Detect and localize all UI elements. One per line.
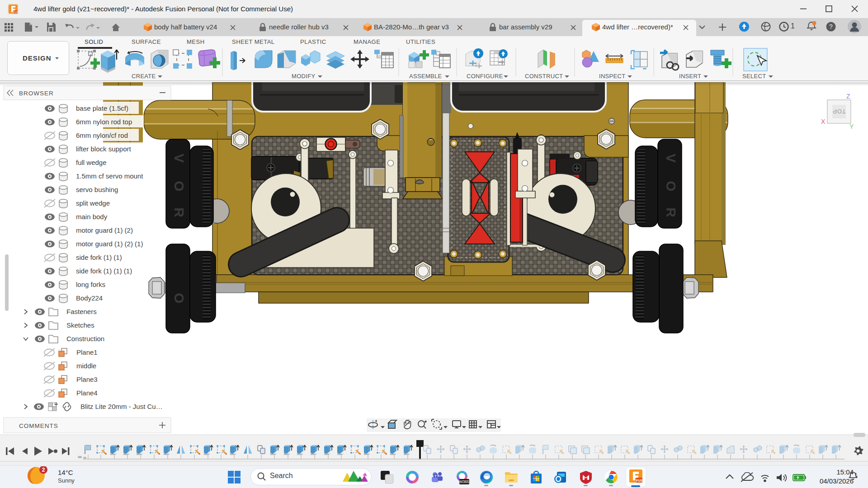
svg-text:Body224: Body224 <box>76 294 103 302</box>
svg-text:servo bushing: servo bushing <box>76 186 118 193</box>
svg-text:M365: M365 <box>459 479 469 484</box>
svg-text:Plane1: Plane1 <box>76 348 98 356</box>
svg-text:6mm nylon/cf rod: 6mm nylon/cf rod <box>76 131 128 139</box>
svg-text:O: O <box>664 181 679 191</box>
svg-text:Sketches: Sketches <box>66 321 94 329</box>
svg-text:split wedge: split wedge <box>76 199 110 207</box>
svg-text:T: T <box>434 474 437 478</box>
svg-text:Z: Z <box>846 93 850 100</box>
svg-text:BROWSER: BROWSER <box>19 90 54 97</box>
svg-text:lifter block support: lifter block support <box>76 145 132 153</box>
svg-text:V: V <box>172 154 187 163</box>
svg-text:FUS: FUS <box>636 479 642 482</box>
svg-text:side fork (1) (1): side fork (1) (1) <box>76 253 122 261</box>
svg-text:base plate (1.5cf): base plate (1.5cf) <box>76 104 128 112</box>
svg-text:COMMENTS: COMMENTS <box>19 422 58 429</box>
svg-text:z: z <box>856 475 858 478</box>
svg-text:?: ? <box>829 23 833 30</box>
svg-text:Fasteners: Fasteners <box>66 308 97 315</box>
svg-text:FUS: FUS <box>14 11 19 14</box>
svg-text:V: V <box>664 154 679 163</box>
svg-text:motor guard (1) (2): motor guard (1) (2) <box>76 226 133 234</box>
svg-text:2: 2 <box>42 467 45 473</box>
svg-text:side fork (1) (1) (1): side fork (1) (1) (1) <box>76 267 132 275</box>
svg-text:X: X <box>821 118 826 125</box>
svg-text:Plane4: Plane4 <box>76 389 98 397</box>
svg-text:6mm nylon rod top: 6mm nylon rod top <box>76 118 132 126</box>
svg-text:middle: middle <box>76 362 96 370</box>
svg-text:R: R <box>172 207 187 217</box>
svg-text:O: O <box>172 293 187 303</box>
svg-text:main body: main body <box>76 213 108 221</box>
svg-text:full wedge: full wedge <box>76 159 107 166</box>
svg-text:long forks: long forks <box>76 281 105 288</box>
svg-text:R: R <box>664 207 679 217</box>
svg-text:motor guard (1) (2) (1): motor guard (1) (2) (1) <box>76 240 143 248</box>
svg-text:TOP: TOP <box>832 108 846 115</box>
svg-text:1.5mm cf servo mount: 1.5mm cf servo mount <box>76 172 143 180</box>
svg-text:Y: Y <box>849 123 854 130</box>
svg-text:O: O <box>172 181 187 191</box>
svg-text:Plane3: Plane3 <box>76 375 98 383</box>
svg-text:Blitz Lite 20mm - Just Cu…: Blitz Lite 20mm - Just Cu… <box>80 403 163 410</box>
svg-text:Construction: Construction <box>66 335 104 343</box>
